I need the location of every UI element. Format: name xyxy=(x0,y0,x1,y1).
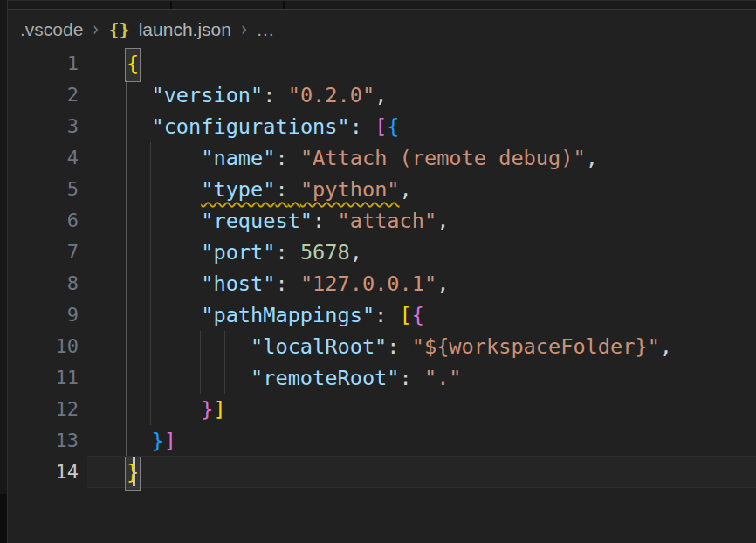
code-token: , xyxy=(375,83,387,107)
code-line[interactable]: "configurations": [{ xyxy=(8,111,672,142)
matched-bracket: { xyxy=(126,49,140,81)
code-token: : xyxy=(387,334,399,359)
code-token xyxy=(127,429,151,453)
code-token xyxy=(127,177,201,202)
code-line[interactable]: "localRoot": "${workspaceFolder}", xyxy=(8,331,672,362)
warning-squiggle: "type": "python" xyxy=(201,177,399,202)
code-token: "0.2.0" xyxy=(288,83,375,107)
code-token: "configurations" xyxy=(151,114,349,139)
breadcrumb-folder[interactable]: .vscode xyxy=(20,19,83,40)
code-token xyxy=(127,366,251,390)
code-token: { xyxy=(412,303,424,327)
code-token xyxy=(127,303,201,327)
code-line[interactable]: "type": "python", xyxy=(8,174,672,205)
code-token: "python" xyxy=(300,177,400,202)
code-token: "127.0.0.1" xyxy=(300,272,436,296)
code-token xyxy=(412,366,424,390)
left-rail-bottom xyxy=(0,494,7,543)
code-token: } xyxy=(151,429,163,453)
code-line[interactable]: "request": "attach", xyxy=(8,205,672,237)
code-line[interactable]: "host": "127.0.0.1", xyxy=(8,268,672,299)
code-token xyxy=(275,83,287,107)
code-token: } xyxy=(201,397,213,422)
code-token: "version" xyxy=(151,83,263,107)
json-braces-icon: {} xyxy=(109,19,130,40)
code-line[interactable]: "name": "Attach (remote debug)", xyxy=(8,142,672,174)
code-token: [ xyxy=(400,303,412,327)
code-token xyxy=(127,334,251,359)
code-token: "remoteRoot" xyxy=(251,366,399,390)
code-line[interactable]: } xyxy=(8,457,672,488)
code-token xyxy=(387,303,399,327)
code-token: ] xyxy=(213,397,225,422)
breadcrumb-ellipsis[interactable]: ... xyxy=(257,19,275,40)
code-token: : xyxy=(313,209,325,233)
editor[interactable]: 1234567891011121314 { "version": "0.2.0"… xyxy=(8,48,756,543)
code-line[interactable]: "version": "0.2.0", xyxy=(8,79,672,111)
code-token: : xyxy=(275,272,287,296)
code-token xyxy=(400,334,412,359)
code-token xyxy=(127,146,201,170)
code-line[interactable]: { xyxy=(8,48,672,79)
code-token xyxy=(127,397,201,422)
left-rail xyxy=(0,0,8,543)
code-token: "." xyxy=(424,366,462,390)
code-token xyxy=(127,83,151,107)
code-area[interactable]: { "version": "0.2.0", "configurations": … xyxy=(8,48,672,488)
code-token: , xyxy=(586,146,598,170)
code-token: , xyxy=(436,209,449,233)
code-token: , xyxy=(350,240,362,265)
code-token xyxy=(288,272,300,296)
code-token: : xyxy=(275,240,287,265)
code-token: , xyxy=(400,177,412,202)
code-line[interactable]: "remoteRoot": "." xyxy=(8,362,672,394)
code-token: "localRoot" xyxy=(251,334,387,359)
breadcrumb-file[interactable]: launch.json xyxy=(139,19,231,40)
code-token: "type" xyxy=(201,177,275,202)
code-token: "attach" xyxy=(338,209,437,233)
code-line[interactable]: "port": 5678, xyxy=(8,237,672,268)
code-token: "${workspaceFolder}" xyxy=(412,334,660,359)
code-token: , xyxy=(436,272,449,296)
tab-bar xyxy=(0,0,756,9)
code-token: , xyxy=(660,334,672,359)
chevron-right-icon: › xyxy=(241,17,247,40)
vscode-window: { "tabbar": { "note": "" }, "breadcrumb"… xyxy=(0,0,756,543)
code-token: : xyxy=(350,114,362,139)
code-token: [ xyxy=(375,114,387,139)
code-token: : xyxy=(275,177,287,202)
code-token xyxy=(127,114,151,139)
code-token: "host" xyxy=(201,272,275,296)
breadcrumb: .vscode›{}launch.json›... xyxy=(9,10,756,48)
code-token: : xyxy=(400,366,412,390)
code-token: "Attach (remote debug)" xyxy=(300,146,586,170)
code-token: "pathMappings" xyxy=(201,303,375,327)
code-line[interactable]: }] xyxy=(8,425,672,457)
code-line[interactable]: "pathMappings": [{ xyxy=(8,299,672,331)
code-token: 5678 xyxy=(300,240,350,265)
text-cursor xyxy=(133,457,135,486)
code-token xyxy=(127,209,201,233)
code-token: { xyxy=(387,114,399,139)
code-token xyxy=(127,272,201,296)
code-token: "port" xyxy=(201,240,275,265)
code-token xyxy=(288,240,300,265)
code-token: ] xyxy=(164,429,176,453)
code-line[interactable]: }] xyxy=(8,394,672,425)
code-token: : xyxy=(263,83,275,107)
chevron-right-icon: › xyxy=(93,17,99,40)
code-token: "request" xyxy=(201,209,313,233)
code-token xyxy=(325,209,337,233)
code-token: : xyxy=(375,303,387,327)
code-token: : xyxy=(275,146,287,170)
code-token xyxy=(127,240,201,265)
code-token xyxy=(362,114,375,139)
code-token: "name" xyxy=(201,146,275,170)
code-token xyxy=(288,177,300,202)
code-token xyxy=(288,146,300,170)
